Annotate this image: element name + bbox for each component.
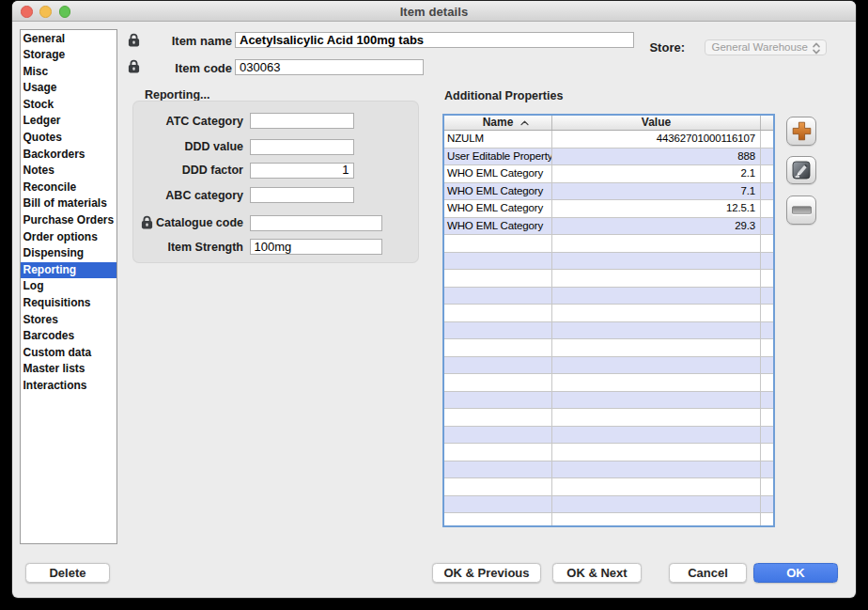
row-spacer-cell — [761, 288, 773, 305]
property-name-cell: WHO EML Category — [444, 183, 552, 201]
item-name-input[interactable]: Acetylsalicylic Acid 100mg tabs — [235, 32, 634, 48]
sidebar-item-usage[interactable]: Usage — [21, 80, 116, 97]
ok-previous-button[interactable]: OK & Previous — [432, 563, 541, 583]
sidebar-item-log[interactable]: Log — [21, 278, 116, 295]
item-details-window: Item details GeneralStorageMiscUsageStoc… — [12, 1, 856, 598]
sidebar-item-master-lists[interactable]: Master lists — [21, 361, 116, 378]
abc-category-label: ABC category — [125, 189, 243, 202]
remove-property-button[interactable] — [786, 196, 816, 225]
sidebar-item-barcodes[interactable]: Barcodes — [21, 328, 116, 345]
sidebar-item-reconcile[interactable]: Reconcile — [21, 180, 116, 196]
additional-properties-title: Additional Properties — [444, 89, 563, 102]
sidebar-item-general[interactable]: General — [21, 31, 116, 48]
edit-property-button[interactable] — [786, 156, 816, 185]
sidebar-item-bill-of-materials[interactable]: Bill of materials — [21, 196, 116, 212]
property-value-cell — [552, 444, 761, 461]
empty-row[interactable] — [444, 392, 773, 410]
property-value-cell — [552, 357, 761, 375]
ddd-value-input[interactable] — [250, 139, 354, 155]
sidebar-item-stock[interactable]: Stock — [21, 97, 116, 114]
empty-row[interactable] — [444, 478, 773, 496]
cancel-button[interactable]: Cancel — [669, 563, 747, 583]
empty-row[interactable] — [444, 374, 773, 392]
property-row[interactable]: WHO EML Category7.1 — [444, 183, 773, 201]
empty-row[interactable] — [444, 305, 773, 322]
sidebar-item-dispensing[interactable]: Dispensing — [21, 245, 116, 262]
empty-row[interactable] — [444, 409, 773, 427]
empty-row[interactable] — [444, 444, 773, 461]
empty-row[interactable] — [444, 513, 773, 527]
sidebar-item-misc[interactable]: Misc — [21, 64, 116, 81]
catalogue-code-input[interactable] — [250, 215, 382, 231]
property-name-cell — [444, 357, 552, 375]
property-name-cell: NZULM — [444, 131, 552, 149]
ddd-value-label: DDD value — [125, 140, 243, 153]
property-row[interactable]: User Editable Property888 — [444, 149, 773, 166]
window-title: Item details — [12, 5, 856, 19]
property-value-cell: 12.5.1 — [552, 200, 761, 218]
sidebar-item-order-options[interactable]: Order options — [21, 229, 116, 246]
sidebar-item-custom-data[interactable]: Custom data — [21, 345, 116, 362]
row-spacer-cell — [761, 392, 773, 410]
property-row[interactable]: NZULM44362701000116107 — [444, 131, 773, 149]
sort-ascending-icon — [520, 120, 529, 126]
ok-next-button[interactable]: OK & Next — [552, 563, 642, 583]
property-value-cell: 44362701000116107 — [552, 131, 761, 149]
column-header-name[interactable]: Name — [444, 116, 552, 130]
empty-row[interactable] — [444, 322, 773, 340]
empty-row[interactable] — [444, 357, 773, 375]
row-spacer-cell — [761, 427, 773, 445]
property-value-cell — [552, 253, 761, 271]
property-value-cell — [552, 513, 761, 527]
sidebar-item-stores[interactable]: Stores — [21, 312, 116, 329]
empty-row[interactable] — [444, 339, 773, 357]
row-spacer-cell — [761, 235, 773, 253]
sidebar-item-quotes[interactable]: Quotes — [21, 130, 116, 147]
property-value-cell: 29.3 — [552, 218, 761, 236]
delete-button[interactable]: Delete — [25, 563, 110, 583]
sidebar-item-requisitions[interactable]: Requisitions — [21, 295, 116, 312]
empty-row[interactable] — [444, 270, 773, 288]
abc-category-input[interactable] — [250, 187, 354, 203]
sidebar-item-purchase-orders[interactable]: Purchase Orders — [21, 212, 116, 229]
ddd-factor-input[interactable]: 1 — [250, 163, 354, 179]
sidebar-item-reporting[interactable]: Reporting — [21, 262, 116, 279]
property-row[interactable]: WHO EML Category2.1 — [444, 165, 773, 183]
sidebar-item-ledger[interactable]: Ledger — [21, 113, 116, 130]
atc-category-input[interactable] — [250, 113, 354, 129]
empty-row[interactable] — [444, 496, 773, 514]
item-code-input[interactable]: 030063 — [235, 59, 424, 75]
property-row[interactable]: WHO EML Category12.5.1 — [444, 200, 773, 218]
sidebar-item-notes[interactable]: Notes — [21, 163, 116, 180]
sidebar-item-backorders[interactable]: Backorders — [21, 147, 116, 164]
column-header-value[interactable]: Value — [552, 116, 761, 130]
row-spacer-cell — [761, 218, 773, 236]
empty-row[interactable] — [444, 288, 773, 305]
property-value-cell — [552, 461, 761, 479]
ddd-factor-label: DDD factor — [125, 164, 243, 177]
atc-category-label: ATC Category — [125, 115, 243, 128]
property-row[interactable]: WHO EML Category29.3 — [444, 218, 773, 236]
sidebar-item-interactions[interactable]: Interactions — [21, 378, 116, 395]
property-value-cell — [552, 374, 761, 392]
property-value-cell — [552, 392, 761, 410]
empty-row[interactable] — [444, 253, 773, 271]
empty-row[interactable] — [444, 427, 773, 445]
empty-row[interactable] — [444, 235, 773, 253]
store-select[interactable]: General Warehouse — [705, 39, 827, 55]
row-spacer-cell — [761, 183, 773, 201]
property-name-cell — [444, 235, 552, 253]
empty-row[interactable] — [444, 461, 773, 479]
ok-button[interactable]: OK — [753, 563, 838, 583]
property-value-cell: 888 — [552, 149, 761, 166]
row-spacer-cell — [761, 131, 773, 149]
reporting-group-title: Reporting... — [145, 88, 209, 102]
row-spacer-cell — [761, 253, 773, 271]
plus-icon — [792, 121, 812, 141]
row-spacer-cell — [761, 305, 773, 322]
item-strength-input[interactable]: 100mg — [250, 239, 382, 255]
sidebar-item-storage[interactable]: Storage — [21, 47, 116, 64]
add-property-button[interactable] — [786, 117, 816, 146]
property-value-cell — [552, 270, 761, 288]
property-name-cell — [444, 339, 552, 357]
